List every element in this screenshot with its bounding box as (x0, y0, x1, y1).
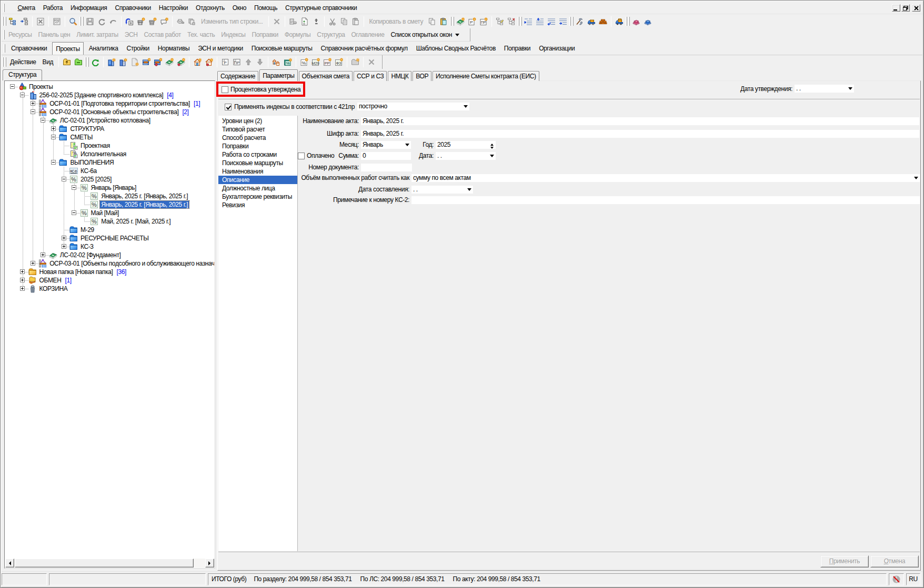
tree-item-label[interactable]: ОБМЕН[1] (38, 277, 73, 284)
view-button-2[interactable]: Панель цен (35, 29, 74, 40)
toolbar-gripper[interactable] (2, 57, 4, 67)
workspace-tab-нормативы[interactable]: Нормативы (154, 43, 194, 54)
workspace-tab-эсн-и-методики[interactable]: ЭСН и методики (194, 43, 247, 54)
building-gear2-icon[interactable] (117, 56, 129, 68)
tree-expand-icon[interactable] (7, 16, 18, 27)
toolbar-gripper[interactable] (79, 17, 81, 26)
toolbar-gripper[interactable] (85, 57, 86, 67)
document-tab-вор[interactable]: ВОР (413, 71, 431, 81)
workspace-tab-аналитика[interactable]: Аналитика (85, 43, 123, 54)
tab-structure[interactable]: Структура (3, 69, 42, 80)
approved-checkbox-label[interactable]: Процентовка утверждена (230, 86, 300, 94)
approval-date-combo[interactable]: . . (795, 85, 854, 93)
toolbar-gripper[interactable] (569, 17, 571, 26)
x-mark-icon[interactable] (271, 16, 283, 27)
view-button-5[interactable]: Состав работ (141, 29, 184, 40)
tree-collapse-box[interactable] (51, 135, 56, 139)
view-button-11[interactable]: Оглавление (348, 29, 388, 40)
actions-textbutton-4[interactable]: Вид (39, 58, 57, 66)
tree-collapse-box[interactable] (72, 185, 76, 190)
view-button-1[interactable]: Ресурсы (5, 29, 35, 40)
close-button[interactable] (912, 4, 920, 12)
tree-item[interactable]: ОБМЕН[1] (5, 276, 214, 285)
tree-item[interactable]: ОСР-01-01 [Подготовка территории строите… (5, 99, 214, 108)
arrow-down-icon[interactable] (254, 56, 266, 68)
paste-color-icon[interactable] (438, 16, 449, 27)
x-mark2-icon[interactable] (366, 56, 377, 68)
tree-item[interactable]: КОРЗИНА (5, 285, 214, 293)
menu-3[interactable]: Информация (67, 3, 111, 13)
doc-number-field[interactable] (361, 164, 412, 171)
copy-struct-icon[interactable] (186, 16, 198, 27)
toolbar-gripper[interactable] (572, 17, 574, 26)
indices-mode-combo[interactable]: построчно (357, 103, 469, 110)
document-tab-сср-и-сз[interactable]: ССР и СЗ (354, 71, 387, 81)
menu-5[interactable]: Настройки (155, 3, 192, 13)
note-field[interactable] (411, 196, 920, 204)
tree-expand-box[interactable] (51, 126, 56, 131)
toolbar-gripper[interactable] (2, 17, 4, 26)
actions-textbutton-3[interactable]: Действие (7, 58, 39, 66)
tree-expand-box[interactable] (20, 278, 25, 282)
date-combo[interactable]: . . (436, 152, 496, 160)
tree-item[interactable]: КС-6КС-6а (5, 167, 214, 175)
tree-expand-box[interactable] (31, 261, 35, 266)
tree-collapse-icon[interactable] (18, 16, 30, 27)
excel-icon[interactable] (35, 16, 46, 27)
tree-item[interactable]: %Январь, 2025 г. [Январь, 2025 г.] (5, 200, 214, 209)
crate-gear-icon[interactable] (135, 16, 147, 27)
workspace-tab-стройки[interactable]: Стройки (122, 43, 153, 54)
view-button-7[interactable]: Индексы (218, 29, 248, 40)
books-blue-icon[interactable] (642, 16, 654, 27)
film-gear-icon[interactable] (140, 56, 152, 68)
view-button-6[interactable]: Тех. часть (184, 29, 218, 40)
book-gear-icon[interactable] (455, 16, 466, 27)
paste-icon[interactable] (350, 16, 361, 27)
toolbar-gripper[interactable] (3, 30, 5, 39)
tree-expand-box[interactable] (31, 101, 35, 106)
tree-item[interactable]: М-29 (5, 226, 214, 234)
main-textbutton-36[interactable]: Копировать в смету (366, 18, 427, 25)
approved-checkbox[interactable] (222, 86, 228, 93)
scissors-icon[interactable] (327, 16, 338, 27)
page-p-gear-icon[interactable]: P (466, 16, 478, 27)
menu-6[interactable]: Отдохнуть (192, 3, 228, 13)
tree-item[interactable]: %Январь [Январь] (5, 184, 214, 192)
tree-item-label[interactable]: Исполнительная (79, 150, 127, 158)
sort-plusminus-icon[interactable] (310, 16, 322, 27)
tree-item[interactable]: %Исполнительная (5, 150, 214, 158)
toolbar-gripper[interactable] (4, 44, 5, 53)
tree-item-label[interactable]: ОСР-02-01 [Основные объекты строительств… (48, 108, 189, 116)
tree-collapse-box[interactable] (31, 109, 35, 114)
zoom-icon[interactable] (67, 16, 79, 27)
tree-item-label[interactable]: ЛС-02-02 [Фундамент] (59, 251, 122, 259)
tree-expand-box[interactable] (20, 286, 25, 291)
building-gear-icon[interactable] (106, 56, 117, 68)
undo-icon[interactable] (107, 16, 119, 27)
minimize-button[interactable] (892, 4, 900, 12)
tree-item[interactable]: Проекты (5, 83, 214, 91)
toolbar-gripper[interactable] (453, 17, 454, 26)
tree-collapse-box[interactable] (20, 93, 25, 97)
tree-item[interactable]: %2025 [2025] (5, 175, 214, 184)
compile-date-combo[interactable]: . . (411, 186, 473, 194)
view-button-8[interactable]: Поправки (249, 29, 282, 40)
book-gear-green-icon[interactable] (164, 56, 175, 68)
tree-horizontal-scrollbar[interactable] (5, 559, 214, 567)
workspace-tab-поправки[interactable]: Поправки (500, 43, 535, 54)
tree-item-label[interactable]: РЕСУРСНЫЕ РАСЧЕТЫ (79, 235, 149, 242)
scroll-left-button[interactable] (5, 559, 14, 567)
tree-item[interactable]: ОСР-02-01 [Основные объекты строительств… (5, 108, 214, 116)
tree-item[interactable]: %Май, 2025 г. [Май, 2025 г.] (5, 217, 214, 226)
tree-item[interactable]: %Январь, 2025 г. [Январь, 2025 г.] (5, 192, 214, 200)
tree-item-label[interactable]: М-29 (79, 226, 95, 234)
page-plusminus-icon[interactable] (299, 16, 310, 27)
tree-item-label[interactable]: КС-6а (79, 167, 98, 175)
tree-item[interactable]: КС-3 (5, 242, 214, 251)
toolbar-gripper[interactable] (626, 17, 627, 26)
percent-card-icon[interactable]: % (282, 56, 294, 68)
tree-item[interactable]: ЛС-02-02 [Фундамент] (5, 251, 214, 259)
percent-gear-icon[interactable]: % (298, 56, 310, 68)
refresh-green-icon[interactable] (89, 56, 101, 68)
toolbar-gripper[interactable] (518, 17, 519, 26)
